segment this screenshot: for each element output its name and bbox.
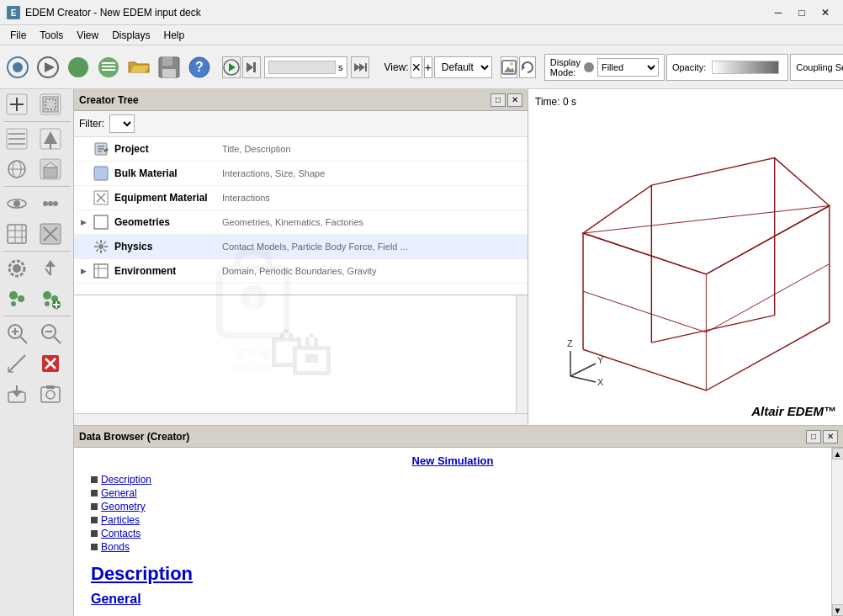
properties-panel: 🛍: [74, 295, 528, 425]
tree-name-equipment: Equipment Material: [114, 192, 215, 204]
sidebar-remove-btn[interactable]: [34, 348, 67, 379]
creator-tree-panel: Creator Tree □ ✕ Filter:: [74, 89, 528, 425]
sidebar-up-btn[interactable]: [34, 124, 67, 154]
menu-view[interactable]: View: [70, 28, 105, 43]
toolbar-save-btn[interactable]: [155, 50, 183, 84]
filter-label: Filter:: [79, 118, 104, 130]
svg-rect-9: [102, 69, 115, 71]
view-dropdown[interactable]: Default Front Top Side: [434, 56, 492, 78]
nav-geometry[interactable]: Geometry: [91, 501, 814, 512]
toolbar-tree-btn[interactable]: [94, 50, 123, 84]
view-cross-btn[interactable]: ✕: [411, 56, 422, 78]
panel-restore-btn[interactable]: □: [490, 93, 506, 107]
tree-name-physics: Physics: [114, 241, 215, 252]
menu-bar: File Tools View Displays Help: [0, 25, 843, 45]
sidebar-hatch-btn[interactable]: [0, 124, 34, 154]
svg-point-64: [11, 301, 16, 306]
sidebar-particles-btn[interactable]: [0, 284, 34, 314]
sidebar-dots-btn[interactable]: [34, 189, 67, 219]
tree-row-geometries[interactable]: ▶ Geometries Geometries, Kinematics, Fac…: [74, 210, 528, 235]
viewport-3d[interactable]: Time: 0 s: [528, 89, 843, 425]
menu-displays[interactable]: Displays: [105, 28, 156, 43]
svg-text:X: X: [597, 377, 604, 387]
sidebar-box-btn[interactable]: [34, 154, 67, 184]
opacity-slider-track[interactable]: [712, 61, 779, 74]
data-browser-restore-btn[interactable]: □: [806, 430, 821, 443]
toolbar: ? s View: ✕ + Default Front Top Side: [0, 45, 843, 89]
svg-line-121: [570, 364, 596, 376]
nav-link-geom[interactable]: Geometry: [101, 501, 146, 512]
sidebar-add-btn[interactable]: [0, 89, 34, 119]
sidebar-divider-2: [3, 186, 71, 187]
sidebar-arrow-up-btn[interactable]: [34, 253, 67, 284]
sim-fast-forward-btn[interactable]: [351, 56, 369, 78]
display-mode-select[interactable]: Filled Wireframe: [597, 58, 659, 77]
sidebar-plus-btn[interactable]: [34, 284, 67, 314]
sim-end-btn[interactable]: [242, 56, 261, 78]
props-scrollbar[interactable]: [516, 295, 528, 425]
svg-point-99: [98, 244, 103, 249]
display-mode-label: DisplayMode:: [550, 57, 581, 77]
nav-link-part[interactable]: Particles: [101, 514, 140, 526]
sidebar-photo-btn[interactable]: [34, 379, 67, 409]
tree-row-equipment[interactable]: Equipment Material Interactions: [74, 186, 528, 210]
maximize-button[interactable]: □: [791, 4, 813, 21]
nav-description[interactable]: Description: [91, 474, 814, 486]
tree-content: Project Title, Description Bulk Material…: [74, 137, 528, 295]
menu-help[interactable]: Help: [157, 28, 192, 43]
sidebar-measure-btn[interactable]: [0, 348, 34, 379]
svg-line-116: [583, 291, 706, 332]
nav-link-cont[interactable]: Contacts: [101, 528, 140, 539]
toolbar-simulator-btn[interactable]: [34, 50, 62, 84]
sidebar-row-9: [0, 348, 73, 379]
scroll-down-btn[interactable]: ▼: [832, 604, 844, 616]
tree-desc-environment: Domain, Periodic Boundaries, Gravity: [222, 266, 376, 276]
close-button[interactable]: ✕: [814, 4, 836, 21]
menu-file[interactable]: File: [3, 28, 33, 43]
tree-row-project[interactable]: Project Title, Description: [74, 137, 528, 162]
props-hscrollbar[interactable]: [74, 413, 528, 425]
data-browser-close-btn[interactable]: ✕: [823, 430, 838, 443]
tree-desc-physics: Contact Models, Particle Body Force, Fie…: [222, 242, 408, 252]
toolbar-open-btn[interactable]: [125, 50, 153, 84]
filter-dropdown[interactable]: [109, 114, 135, 133]
tree-row-physics[interactable]: Physics Contact Models, Particle Body Fo…: [74, 235, 528, 259]
tree-row-environment[interactable]: ▶ Environment Domain, Periodic Boundarie…: [74, 259, 528, 284]
nav-link-gen[interactable]: General: [101, 487, 137, 499]
svg-marker-86: [12, 390, 22, 397]
nav-particles[interactable]: Particles: [91, 514, 814, 526]
sidebar-gear-btn[interactable]: [0, 253, 34, 284]
view-plus-btn[interactable]: +: [424, 56, 432, 78]
nav-link-desc[interactable]: Description: [101, 474, 151, 486]
sidebar-export-btn[interactable]: [0, 379, 34, 409]
tree-desc-project: Title, Description: [222, 144, 291, 154]
new-simulation-link[interactable]: New Simulation: [91, 454, 814, 467]
nav-link-bonds[interactable]: Bonds: [101, 541, 130, 553]
sidebar-orbit-btn[interactable]: [0, 189, 34, 219]
render-btn[interactable]: [501, 56, 517, 78]
panel-close-btn[interactable]: ✕: [507, 93, 522, 107]
data-browser-scrollbar[interactable]: ▲ ▼: [831, 448, 843, 616]
nav-contacts[interactable]: Contacts: [91, 528, 814, 539]
sidebar-select-btn[interactable]: [34, 89, 67, 119]
rotate-btn[interactable]: [519, 56, 536, 78]
svg-point-67: [45, 301, 50, 306]
minimize-button[interactable]: ─: [767, 4, 789, 21]
toolbar-green-btn[interactable]: [64, 50, 93, 84]
tree-row-bulk-material[interactable]: Bulk Material Interactions, Size, Shape: [74, 162, 528, 186]
svg-rect-42: [44, 167, 57, 178]
toolbar-creator-btn[interactable]: [3, 50, 32, 84]
sidebar-grid-btn[interactable]: [0, 219, 34, 249]
svg-point-65: [43, 291, 51, 300]
sidebar-zoom-btn[interactable]: [0, 318, 34, 348]
menu-tools[interactable]: Tools: [33, 28, 70, 43]
sidebar-globe-btn[interactable]: [0, 154, 34, 184]
sidebar-zoom-out-btn[interactable]: [34, 318, 67, 348]
toolbar-help-btn[interactable]: ?: [185, 50, 214, 84]
scroll-up-btn[interactable]: ▲: [832, 448, 844, 459]
sim-run-btn[interactable]: [222, 56, 241, 78]
nav-general[interactable]: General: [91, 487, 814, 499]
svg-marker-17: [247, 62, 253, 72]
nav-bonds[interactable]: Bonds: [91, 541, 814, 553]
sidebar-cross-btn[interactable]: [34, 219, 67, 249]
